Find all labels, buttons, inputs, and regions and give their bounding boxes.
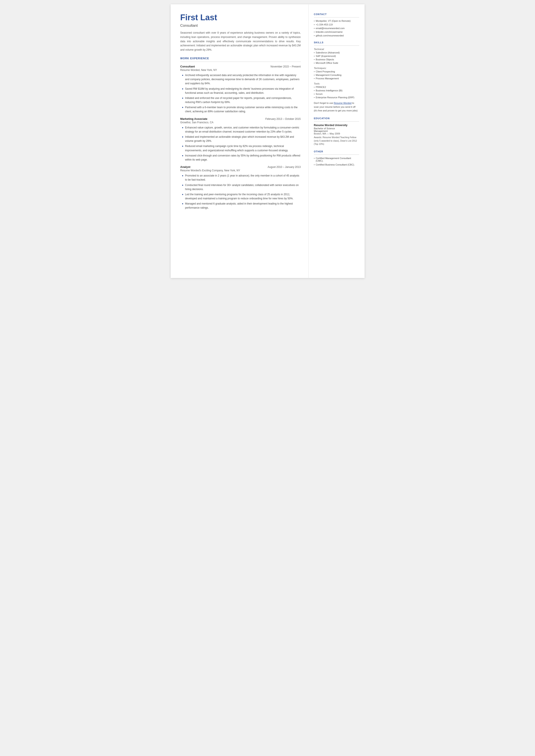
contact-location: • Montpelier, VT (Open to Remote) (314, 20, 359, 22)
list-item: • SAP (Experienced) (314, 55, 359, 57)
bullet-text: Increased click-through and conversion r… (185, 154, 301, 162)
promo-box: Don't forget to use Resume Worded to sca… (314, 101, 359, 113)
list-item: • Initiated and implemented an actionabl… (182, 135, 301, 143)
other-divider (314, 154, 359, 155)
bullet-text: Reduced email marketing campaign cycle t… (185, 144, 301, 153)
job-2-title: Marketing Associate (180, 117, 208, 121)
tools-label: Tools: (314, 82, 359, 85)
technical-skills: Technical: • Salesforce (Advanced) • SAP… (314, 48, 359, 64)
list-item: • Increased click-through and conversion… (182, 154, 301, 162)
bullet-text: Partnered with a 6-member team to promot… (185, 105, 301, 114)
edu-field: Management (314, 130, 359, 132)
edu-degree: Bachelor of Science (314, 127, 359, 130)
list-item: • Client Prospecting (314, 70, 359, 73)
bullet-text: Enhanced value capture, growth, service,… (185, 126, 301, 134)
job-3-header: Analyst August 2010 – January 2013 (180, 165, 301, 169)
job-1-title: Consultant (180, 65, 195, 68)
list-item: • Management Consulting (314, 74, 359, 76)
bullet-text: Archived infrequently accessed data and … (185, 73, 301, 86)
promo-link[interactable]: Resume Worded (334, 102, 352, 104)
job-3-bullets: • Promoted to an associate in 2 years (1… (180, 174, 301, 210)
list-item: • Partnered with a 6-member team to prom… (182, 105, 301, 114)
list-item: • Certified Management Consultant (CMC). (314, 157, 359, 162)
job-3-company: Resume Worded's Exciting Company, New Yo… (180, 169, 301, 172)
edu-awards: Awards: Resume Worded Teaching Fellow (o… (314, 136, 359, 146)
header-section: First Last Consultant Seasoned consultan… (180, 13, 301, 52)
contact-linkedin: • linkedin.com/in/username (314, 31, 359, 33)
job-3: Analyst August 2010 – January 2013 Resum… (180, 165, 301, 210)
job-2-bullets: • Enhanced value capture, growth, servic… (180, 126, 301, 162)
bullet-icon: • (314, 77, 315, 80)
skills-label: SKILLS (314, 41, 359, 44)
list-item: • Microsoft Office Suite (314, 62, 359, 64)
bullet-icon: • (314, 89, 315, 92)
bullet-icon: • (314, 27, 315, 30)
list-item: • Scrum (314, 93, 359, 95)
bullet-icon: • (314, 157, 315, 159)
bullet-icon: • (314, 31, 315, 33)
bullet-text: Initiated and enforced the use of recycl… (185, 96, 301, 104)
list-item: • Process Management (314, 77, 359, 80)
left-column: First Last Consultant Seasoned consultan… (171, 4, 309, 278)
bullet-icon: • (314, 93, 315, 95)
skills-section: SKILLS Technical: • Salesforce (Advanced… (314, 41, 359, 113)
bullet-icon: • (314, 58, 315, 61)
job-2: Marketing Associate February 2013 – Octo… (180, 117, 301, 162)
list-item: • Certified Business Consultant (CBC). (314, 163, 359, 166)
contact-label: CONTACT (314, 13, 359, 15)
right-column: CONTACT • Montpelier, VT (Open to Remote… (309, 4, 365, 278)
edu-location: Boston, MA — May 2009 (314, 132, 359, 135)
job-1-bullets: • Archived infrequently accessed data an… (180, 73, 301, 114)
job-2-header: Marketing Associate February 2013 – Octo… (180, 117, 301, 121)
bullet-icon: • (182, 135, 183, 140)
bullet-text: Led the training and peer-mentoring prog… (185, 192, 301, 201)
bullet-text: Conducted final round interviews for 30+… (185, 183, 301, 191)
resume-page: First Last Consultant Seasoned consultan… (171, 4, 365, 278)
bullet-icon: • (182, 73, 183, 78)
work-experience-section: WORK EXPERIENCE Consultant November 2015… (180, 57, 301, 210)
promo-text-before: Don't forget to use (314, 102, 334, 104)
list-item: • Archived infrequently accessed data an… (182, 73, 301, 86)
contact-phone: • +1-334-453-119 (314, 23, 359, 26)
job-1-company: Resume Worded, New York, NY (180, 69, 301, 71)
bullet-icon: • (314, 86, 315, 88)
list-item: • Enhanced value capture, growth, servic… (182, 126, 301, 134)
education-divider (314, 121, 359, 122)
list-item: • Enterprise Resource Planning (ERP) (314, 96, 359, 99)
job-2-dates: February 2013 – October 2015 (265, 118, 300, 121)
bullet-text: Saved RW $18M by analyzing and redesigni… (185, 87, 301, 95)
tools-skills: Tools: • PRINCE2 • Business Intelligence… (314, 82, 359, 99)
list-item: • Conducted final round interviews for 3… (182, 183, 301, 191)
summary-text: Seasoned consultant with over 8 years of… (180, 31, 301, 52)
list-item: • Led the training and peer-mentoring pr… (182, 192, 301, 201)
technical-label: Technical: (314, 48, 359, 50)
list-item: • Managed and mentored 6 graduate analys… (182, 202, 301, 210)
work-experience-divider (180, 62, 301, 62)
bullet-icon: • (182, 105, 183, 110)
other-label: OTHER (314, 150, 359, 153)
edu-university: Resume Worded University (314, 124, 359, 127)
bullet-icon: • (182, 183, 183, 188)
techniques-skills: Techniques: • Client Prospecting • Manag… (314, 67, 359, 80)
bullet-icon: • (314, 96, 315, 99)
job-2-company: Growthsi, San Francisco, CA (180, 121, 301, 124)
job-1-header: Consultant November 2015 – Present (180, 65, 301, 68)
job-3-title: Analyst (180, 165, 190, 169)
job-1: Consultant November 2015 – Present Resum… (180, 65, 301, 114)
bullet-icon: • (182, 192, 183, 197)
list-item: • Saved RW $18M by analyzing and redesig… (182, 87, 301, 95)
education-section: EDUCATION Resume Worded University Bache… (314, 117, 359, 146)
job-1-dates: November 2015 – Present (270, 65, 300, 68)
list-item: • Reduced email marketing campaign cycle… (182, 144, 301, 153)
bullet-icon: • (314, 163, 315, 166)
bullet-icon: • (314, 34, 315, 37)
bullet-icon: • (314, 20, 315, 22)
contact-github: • github.com/resumeworded (314, 34, 359, 37)
contact-divider (314, 17, 359, 17)
bullet-icon: • (182, 96, 183, 101)
skills-divider (314, 45, 359, 46)
other-text-1: Certified Management Consultant (CMC). (316, 157, 359, 162)
bullet-icon: • (182, 154, 183, 158)
full-name: First Last (180, 13, 301, 22)
job-3-dates: August 2010 – January 2013 (268, 165, 300, 169)
